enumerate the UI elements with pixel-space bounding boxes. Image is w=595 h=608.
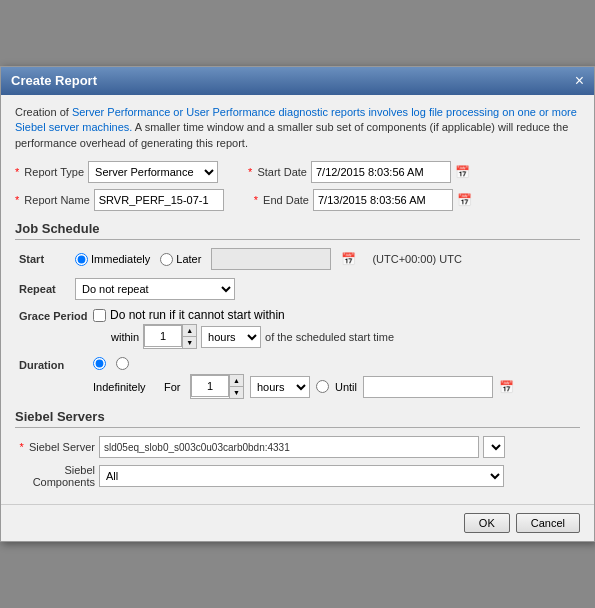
siebel-server-value: sld05eq_slob0_s003c0u03carb0bdn:4331 xyxy=(99,436,479,458)
required-star-2: * xyxy=(248,166,252,178)
dialog-title: Create Report xyxy=(11,73,97,88)
grace-period-label: Grace Period xyxy=(19,308,89,322)
repeat-label: Repeat xyxy=(19,283,69,295)
of-scheduled-text: of the scheduled start time xyxy=(265,331,394,343)
start-row: Start Immediately Later 📅 (UTC+00:00) UT… xyxy=(19,248,576,270)
required-star-5: * xyxy=(20,441,24,453)
required-star-3: * xyxy=(15,194,19,206)
grace-value-input[interactable] xyxy=(144,325,182,347)
siebel-components-row: Siebel Components All xyxy=(15,464,580,488)
grace-checkbox[interactable] xyxy=(93,309,106,322)
job-schedule-section-header: Job Schedule xyxy=(15,221,580,240)
later-datetime-input[interactable] xyxy=(211,248,331,270)
start-radio-group: Immediately Later 📅 (UTC+00:00) UTC xyxy=(75,248,462,270)
start-date-col: * Start Date 📅 xyxy=(248,161,470,183)
indefinitely-option[interactable] xyxy=(93,357,106,370)
form-row-2: * Report Name * End Date 📅 xyxy=(15,189,580,211)
grace-period-content: Do not run if it cannot start within wit… xyxy=(93,308,394,349)
within-label: within xyxy=(111,331,139,343)
indefinitely-label: Indefinitely xyxy=(93,381,158,393)
job-schedule-area: Start Immediately Later 📅 (UTC+00:00) UT… xyxy=(15,248,580,399)
siebel-servers-header: Siebel Servers xyxy=(15,409,580,428)
immediately-radio[interactable] xyxy=(75,253,88,266)
later-option[interactable]: Later xyxy=(160,253,201,266)
grace-up-button[interactable]: ▲ xyxy=(183,325,196,337)
end-date-input[interactable] xyxy=(313,189,453,211)
duration-content: Indefinitely For ▲ ▼ hours xyxy=(93,357,514,399)
report-name-input[interactable] xyxy=(94,189,224,211)
end-date-label: * End Date xyxy=(254,194,309,206)
duration-value-input[interactable] xyxy=(191,375,229,397)
grace-down-button[interactable]: ▼ xyxy=(183,337,196,348)
duration-spinner-buttons: ▲ ▼ xyxy=(229,375,243,398)
form-row-1: * Report Type Server Performance * Start… xyxy=(15,161,580,183)
cancel-button[interactable]: Cancel xyxy=(516,513,580,533)
dialog-titlebar: Create Report × xyxy=(1,67,594,95)
dialog-footer: OK Cancel xyxy=(1,504,594,541)
report-type-field-group: Server Performance xyxy=(88,161,218,183)
until-option[interactable] xyxy=(316,380,329,393)
start-label: Start xyxy=(19,253,69,265)
until-input[interactable] xyxy=(363,376,493,398)
report-type-select[interactable]: Server Performance xyxy=(88,161,218,183)
duration-up-button[interactable]: ▲ xyxy=(230,375,243,387)
duration-section: Duration Indefinitely For xyxy=(19,357,576,399)
end-date-calendar-icon[interactable]: 📅 xyxy=(457,193,472,207)
grace-row2: within ▲ ▼ hours of the scheduled start … xyxy=(93,324,394,349)
duration-down-button[interactable]: ▼ xyxy=(230,387,243,398)
intro-link[interactable]: Server Performance or User Performance d… xyxy=(15,106,577,133)
create-report-dialog: Create Report × Creation of Server Perfo… xyxy=(0,66,595,542)
dialog-body: Creation of Server Performance or User P… xyxy=(1,95,594,504)
start-date-input[interactable] xyxy=(311,161,451,183)
duration-spinner: ▲ ▼ xyxy=(190,374,244,399)
immediately-option[interactable]: Immediately xyxy=(75,253,150,266)
report-name-label: * Report Name xyxy=(15,194,90,206)
siebel-components-select[interactable]: All xyxy=(99,465,504,487)
grace-do-not-run-label: Do not run if it cannot start within xyxy=(110,308,285,322)
immediately-label: Immediately xyxy=(91,253,150,265)
later-radio[interactable] xyxy=(160,253,173,266)
for-label: For xyxy=(164,381,184,393)
until-label: Until xyxy=(335,381,357,393)
until-calendar-icon[interactable]: 📅 xyxy=(499,380,514,394)
siebel-server-row: * Siebel Server sld05eq_slob0_s003c0u03c… xyxy=(15,436,580,458)
duration-row1 xyxy=(93,357,514,370)
start-date-calendar-icon[interactable]: 📅 xyxy=(455,165,470,179)
siebel-server-label: * Siebel Server xyxy=(15,441,95,453)
for-radio[interactable] xyxy=(116,357,129,370)
report-name-col: * Report Name xyxy=(15,189,224,211)
required-star-4: * xyxy=(254,194,258,206)
indefinitely-radio[interactable] xyxy=(93,357,106,370)
end-date-col: * End Date 📅 xyxy=(254,189,472,211)
report-type-label: * Report Type xyxy=(15,166,84,178)
repeat-row: Repeat Do not repeat xyxy=(19,278,576,300)
ok-button[interactable]: OK xyxy=(464,513,510,533)
duration-hours-select[interactable]: hours xyxy=(250,376,310,398)
utc-label: (UTC+00:00) UTC xyxy=(372,253,462,265)
later-label: Later xyxy=(176,253,201,265)
grace-hours-select[interactable]: hours xyxy=(201,326,261,348)
intro-text: Creation of Server Performance or User P… xyxy=(15,105,580,151)
required-star-1: * xyxy=(15,166,19,178)
siebel-servers-section: Siebel Servers * Siebel Server sld05eq_s… xyxy=(15,409,580,488)
grace-row1: Do not run if it cannot start within xyxy=(93,308,394,322)
duration-row2: Indefinitely For ▲ ▼ hours xyxy=(93,374,514,399)
siebel-components-label: Siebel Components xyxy=(15,464,95,488)
grace-spinner-buttons: ▲ ▼ xyxy=(182,325,196,348)
siebel-server-select[interactable] xyxy=(483,436,505,458)
close-button[interactable]: × xyxy=(575,73,584,89)
repeat-select[interactable]: Do not repeat xyxy=(75,278,235,300)
until-radio[interactable] xyxy=(316,380,329,393)
later-calendar-icon[interactable]: 📅 xyxy=(341,252,356,266)
start-date-label: * Start Date xyxy=(248,166,307,178)
report-type-col: * Report Type Server Performance xyxy=(15,161,218,183)
grace-spinner: ▲ ▼ xyxy=(143,324,197,349)
for-option[interactable] xyxy=(116,357,129,370)
grace-period-section: Grace Period Do not run if it cannot sta… xyxy=(19,308,576,349)
duration-label: Duration xyxy=(19,357,89,371)
